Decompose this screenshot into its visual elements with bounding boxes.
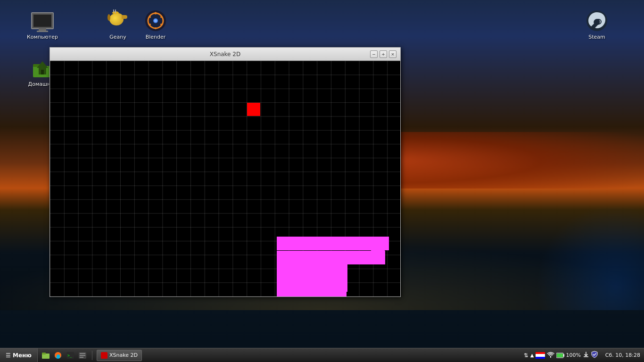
svg-point-8 <box>155 27 157 29</box>
window-maximize-button[interactable]: + <box>380 50 387 58</box>
quicklaunch-terminal[interactable]: >_ <box>65 350 76 361</box>
computer-icon-image <box>31 9 54 32</box>
food-item <box>247 103 260 116</box>
xsnake-app-icon <box>101 352 107 359</box>
svg-point-4 <box>154 19 157 22</box>
computer-icon-label: Компьютер <box>27 34 58 40</box>
snake-body-segment <box>333 264 347 292</box>
tray-arrows[interactable]: ⇅ <box>524 352 528 359</box>
locale-flag-icon <box>536 352 545 359</box>
taskbar-menu-button[interactable]: ☰ Меню <box>0 348 38 362</box>
tray-expand[interactable]: ▲ <box>530 353 534 358</box>
svg-rect-28 <box>563 354 564 357</box>
tray-locale[interactable] <box>536 352 545 359</box>
tray-battery[interactable]: 100% <box>556 352 580 358</box>
desktop-icon-steam[interactable]: Steam <box>578 9 616 40</box>
svg-point-6 <box>160 16 162 18</box>
quicklaunch-app4[interactable] <box>77 350 88 361</box>
quicklaunch-firefox[interactable] <box>52 350 64 361</box>
svg-point-7 <box>160 24 162 25</box>
window-minimize-button[interactable]: − <box>370 50 378 58</box>
battery-percent-label: 100% <box>566 352 580 358</box>
download-icon <box>583 351 589 358</box>
taskbar: ☰ Меню >_ <box>0 348 644 362</box>
snake-body-segment <box>291 251 385 264</box>
shield-icon <box>591 351 598 358</box>
desktop-icon-geany[interactable]: Geany <box>99 9 137 40</box>
window-title: XSnake 2D <box>82 51 368 58</box>
system-tray: ⇅ ▲ 100% <box>520 351 602 360</box>
quick-launch-area: >_ <box>38 350 91 361</box>
menu-label: Меню <box>13 352 32 359</box>
blender-icon-label: Blender <box>146 34 166 40</box>
steam-icon-image <box>586 9 608 32</box>
geany-icon-label: Geany <box>109 34 126 40</box>
xsnake-app-label: XSnake 2D <box>109 352 138 358</box>
svg-point-9 <box>149 24 151 25</box>
desktop-icon-computer[interactable]: Компьютер <box>24 9 61 40</box>
game-canvas <box>50 61 400 296</box>
snake-body-segment <box>277 251 305 264</box>
svg-point-13 <box>598 21 600 23</box>
svg-rect-29 <box>557 354 563 357</box>
menu-icon: ☰ <box>6 352 11 359</box>
steam-icon-label: Steam <box>588 34 605 40</box>
taskbar-separator <box>92 351 92 360</box>
svg-rect-17 <box>41 70 44 74</box>
battery-icon <box>556 353 565 358</box>
svg-rect-26 <box>80 357 83 358</box>
tray-shield[interactable] <box>591 351 598 360</box>
xsnake-window: XSnake 2D − + × <box>50 47 401 297</box>
taskbar-app-xsnake[interactable]: XSnake 2D <box>97 350 142 361</box>
quicklaunch-filemanager[interactable] <box>40 350 51 361</box>
tray-wifi[interactable] <box>547 351 554 360</box>
window-controls: − + × <box>368 50 396 58</box>
svg-point-10 <box>149 16 151 18</box>
svg-rect-25 <box>80 355 85 356</box>
window-close-button[interactable]: × <box>389 50 396 58</box>
tray-download[interactable] <box>583 351 589 359</box>
svg-rect-19 <box>42 353 46 354</box>
taskbar-apps-area: XSnake 2D <box>94 350 520 361</box>
blender-icon-image <box>144 9 167 32</box>
svg-text:>_: >_ <box>67 354 72 358</box>
taskbar-clock[interactable]: Сб. 10, 18:28 <box>602 352 644 358</box>
svg-rect-24 <box>80 353 85 354</box>
desktop-icon-blender[interactable]: Blender <box>137 9 174 40</box>
svg-point-5 <box>155 12 157 15</box>
wifi-icon <box>547 351 554 358</box>
svg-rect-30 <box>584 356 588 357</box>
snake-body-segment <box>277 292 347 296</box>
window-titlebar[interactable]: XSnake 2D − + × <box>50 48 400 61</box>
geany-icon-image <box>107 9 129 32</box>
